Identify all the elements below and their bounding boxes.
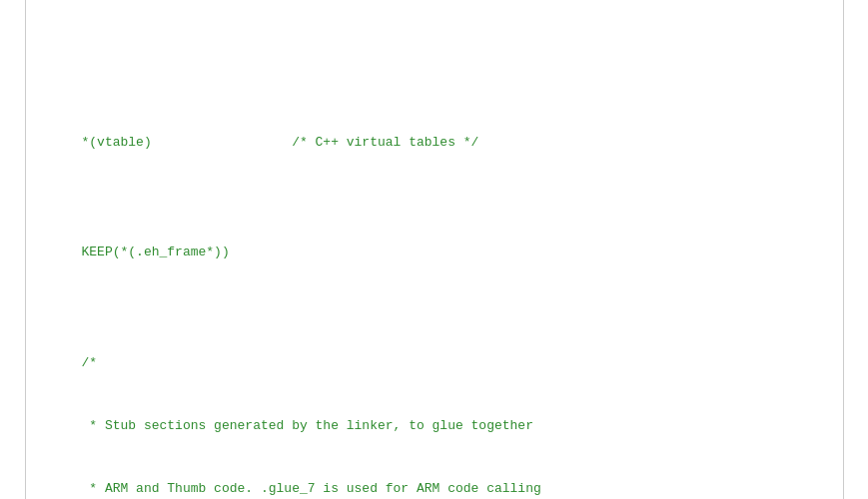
vtable-line: *(vtable) /* C++ virtual tables */ bbox=[46, 132, 823, 153]
comment-line-2: * ARM and Thumb code. .glue_7 is used fo… bbox=[46, 478, 823, 499]
code-container: .text : ALIGN(4) { *(.text .text.*) /* a… bbox=[25, 0, 844, 499]
keep-line: KEEP(*(.eh_frame*)) bbox=[46, 242, 823, 262]
comment-open-line: /* bbox=[46, 352, 823, 373]
code-block: .text : ALIGN(4) { *(.text .text.*) /* a… bbox=[46, 0, 823, 499]
spacer-4 bbox=[46, 304, 823, 310]
comment-line-1: * Stub sections generated by the linker,… bbox=[46, 415, 823, 436]
spacer-2 bbox=[46, 63, 823, 69]
spacer-3 bbox=[46, 195, 823, 201]
